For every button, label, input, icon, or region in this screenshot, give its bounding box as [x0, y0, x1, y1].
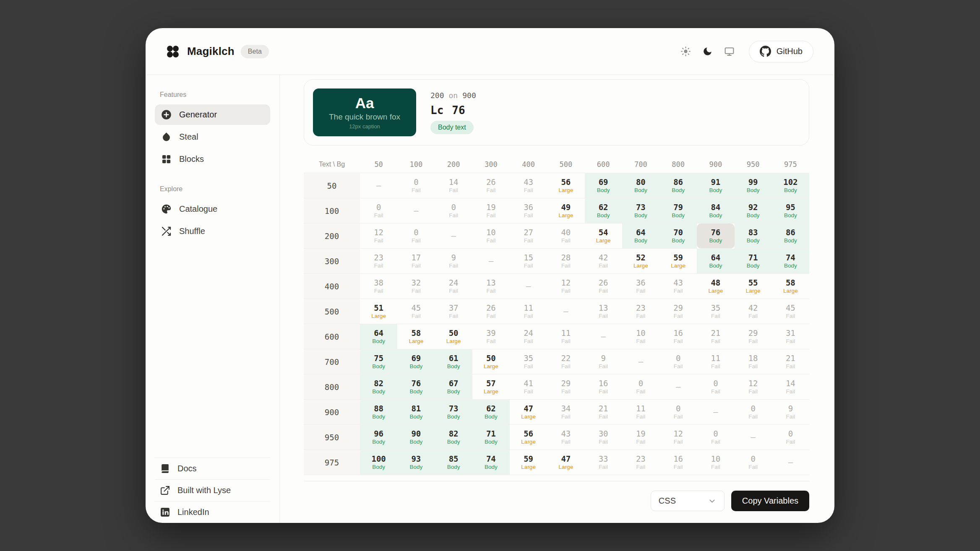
matrix-cell-800-200[interactable]: 67Body — [435, 374, 472, 400]
matrix-cell-975-100[interactable]: 93Body — [397, 450, 435, 475]
matrix-cell-300-975[interactable]: 74Body — [772, 249, 809, 274]
matrix-cell-100-600[interactable]: 62Body — [585, 198, 622, 224]
matrix-cell-900-300[interactable]: 62Body — [472, 400, 510, 425]
matrix-cell-700-500[interactable]: 22Fail — [547, 349, 584, 374]
matrix-cell-600-900[interactable]: 21Fail — [697, 324, 734, 349]
copy-variables-button[interactable]: Copy Variables — [731, 491, 809, 511]
matrix-cell-975-700[interactable]: 23Fail — [622, 450, 659, 475]
sidebar-item-blocks[interactable]: Blocks — [155, 149, 270, 169]
matrix-cell-400-100[interactable]: 32Fail — [397, 274, 435, 299]
matrix-cell-500-600[interactable]: 13Fail — [585, 299, 622, 324]
matrix-cell-975-800[interactable]: 16Fail — [659, 450, 697, 475]
matrix-cell-600-300[interactable]: 39Fail — [472, 324, 510, 349]
matrix-cell-950-300[interactable]: 71Body — [472, 425, 510, 450]
matrix-cell-50-400[interactable]: 43Fail — [510, 173, 547, 198]
matrix-cell-900-800[interactable]: 0Fail — [659, 400, 697, 425]
matrix-cell-800-50[interactable]: 82Body — [360, 374, 397, 400]
matrix-cell-975-950[interactable]: 0Fail — [735, 450, 772, 475]
matrix-cell-400-50[interactable]: 38Fail — [360, 274, 397, 299]
matrix-cell-800-975[interactable]: 14Fail — [772, 374, 809, 400]
matrix-cell-500-100[interactable]: 45Fail — [397, 299, 435, 324]
matrix-cell-700-400[interactable]: 35Fail — [510, 349, 547, 374]
matrix-cell-400-950[interactable]: 55Large — [735, 274, 772, 299]
matrix-cell-400-800[interactable]: 43Fail — [659, 274, 697, 299]
matrix-cell-500-950[interactable]: 42Fail — [735, 299, 772, 324]
matrix-cell-100-975[interactable]: 95Body — [772, 198, 809, 224]
matrix-cell-50-500[interactable]: 56Large — [547, 173, 584, 198]
matrix-cell-800-300[interactable]: 57Large — [472, 374, 510, 400]
sidebar-item-steal[interactable]: Steal — [155, 127, 270, 147]
matrix-cell-200-600[interactable]: 54Large — [585, 224, 622, 249]
matrix-cell-300-700[interactable]: 52Large — [622, 249, 659, 274]
matrix-cell-50-700[interactable]: 80Body — [622, 173, 659, 198]
matrix-cell-950-100[interactable]: 90Body — [397, 425, 435, 450]
sidebar-footer-item-linkedin[interactable]: LinkedIn — [155, 501, 270, 523]
matrix-cell-950-400[interactable]: 56Large — [510, 425, 547, 450]
matrix-cell-300-500[interactable]: 28Fail — [547, 249, 584, 274]
matrix-cell-600-500[interactable]: 11Fail — [547, 324, 584, 349]
matrix-cell-500-975[interactable]: 45Fail — [772, 299, 809, 324]
matrix-cell-600-975[interactable]: 31Fail — [772, 324, 809, 349]
matrix-cell-100-200[interactable]: 0Fail — [435, 198, 472, 224]
format-select[interactable]: CSS — [651, 491, 725, 511]
matrix-cell-800-500[interactable]: 29Fail — [547, 374, 584, 400]
matrix-cell-100-300[interactable]: 19Fail — [472, 198, 510, 224]
matrix-cell-800-700[interactable]: 0Fail — [622, 374, 659, 400]
matrix-cell-975-900[interactable]: 10Fail — [697, 450, 734, 475]
theme-light-button[interactable] — [679, 45, 693, 58]
matrix-cell-300-400[interactable]: 15Fail — [510, 249, 547, 274]
sidebar-item-generator[interactable]: Generator — [155, 104, 270, 125]
matrix-cell-400-700[interactable]: 36Fail — [622, 274, 659, 299]
matrix-cell-950-800[interactable]: 12Fail — [659, 425, 697, 450]
matrix-cell-100-800[interactable]: 79Body — [659, 198, 697, 224]
matrix-cell-900-600[interactable]: 21Fail — [585, 400, 622, 425]
matrix-cell-50-600[interactable]: 69Body — [585, 173, 622, 198]
matrix-cell-600-800[interactable]: 16Fail — [659, 324, 697, 349]
matrix-cell-950-500[interactable]: 43Fail — [547, 425, 584, 450]
matrix-cell-700-900[interactable]: 11Fail — [697, 349, 734, 374]
matrix-cell-500-50[interactable]: 51Large — [360, 299, 397, 324]
matrix-cell-950-975[interactable]: 0Fail — [772, 425, 809, 450]
matrix-cell-900-400[interactable]: 47Large — [510, 400, 547, 425]
matrix-cell-50-975[interactable]: 102Body — [772, 173, 809, 198]
matrix-cell-800-900[interactable]: 0Fail — [697, 374, 734, 400]
matrix-cell-700-200[interactable]: 61Body — [435, 349, 472, 374]
matrix-cell-700-950[interactable]: 18Fail — [735, 349, 772, 374]
matrix-cell-100-50[interactable]: 0Fail — [360, 198, 397, 224]
matrix-cell-100-500[interactable]: 49Large — [547, 198, 584, 224]
matrix-cell-700-600[interactable]: 9Fail — [585, 349, 622, 374]
matrix-cell-500-400[interactable]: 11Fail — [510, 299, 547, 324]
matrix-cell-200-900[interactable]: 76Body — [697, 224, 734, 249]
matrix-cell-200-700[interactable]: 64Body — [622, 224, 659, 249]
matrix-cell-700-50[interactable]: 75Body — [360, 349, 397, 374]
matrix-cell-200-800[interactable]: 70Body — [659, 224, 697, 249]
matrix-cell-500-700[interactable]: 23Fail — [622, 299, 659, 324]
matrix-cell-975-50[interactable]: 100Body — [360, 450, 397, 475]
matrix-cell-300-50[interactable]: 23Fail — [360, 249, 397, 274]
matrix-cell-200-975[interactable]: 86Body — [772, 224, 809, 249]
matrix-cell-700-300[interactable]: 50Large — [472, 349, 510, 374]
matrix-cell-200-100[interactable]: 0Fail — [397, 224, 435, 249]
matrix-cell-800-600[interactable]: 16Fail — [585, 374, 622, 400]
matrix-cell-500-900[interactable]: 35Fail — [697, 299, 734, 324]
matrix-cell-600-100[interactable]: 58Large — [397, 324, 435, 349]
matrix-cell-700-975[interactable]: 21Fail — [772, 349, 809, 374]
matrix-cell-300-200[interactable]: 9Fail — [435, 249, 472, 274]
matrix-cell-500-300[interactable]: 26Fail — [472, 299, 510, 324]
matrix-cell-50-300[interactable]: 26Fail — [472, 173, 510, 198]
matrix-cell-200-50[interactable]: 12Fail — [360, 224, 397, 249]
sidebar-item-catalogue[interactable]: Catalogue — [155, 199, 270, 219]
matrix-cell-50-900[interactable]: 91Body — [697, 173, 734, 198]
sidebar-footer-item-built-with-lyse[interactable]: Built with Lyse — [155, 479, 270, 501]
matrix-cell-100-400[interactable]: 36Fail — [510, 198, 547, 224]
matrix-cell-400-300[interactable]: 13Fail — [472, 274, 510, 299]
matrix-cell-900-950[interactable]: 0Fail — [735, 400, 772, 425]
matrix-cell-200-950[interactable]: 83Body — [735, 224, 772, 249]
matrix-cell-975-300[interactable]: 74Body — [472, 450, 510, 475]
matrix-cell-600-950[interactable]: 29Fail — [735, 324, 772, 349]
matrix-cell-100-700[interactable]: 73Body — [622, 198, 659, 224]
matrix-cell-50-950[interactable]: 99Body — [735, 173, 772, 198]
theme-system-button[interactable] — [723, 45, 736, 58]
matrix-cell-900-50[interactable]: 88Body — [360, 400, 397, 425]
matrix-cell-300-600[interactable]: 42Fail — [585, 249, 622, 274]
